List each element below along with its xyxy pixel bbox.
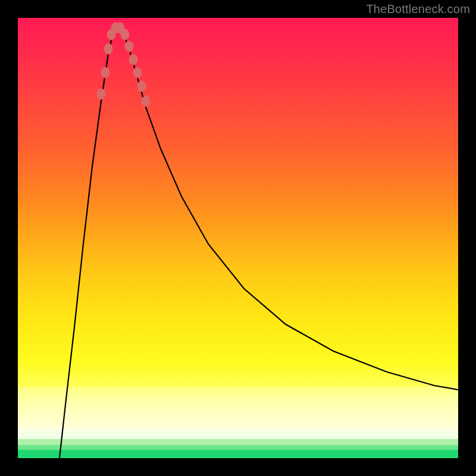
watermark-text: TheBottleneck.com: [366, 2, 470, 16]
curve-svg: [18, 18, 458, 458]
curve-marker: [101, 67, 109, 78]
curve-marker: [129, 54, 137, 65]
plot-area: [18, 18, 458, 458]
curve-marker: [125, 41, 133, 52]
chart-frame: TheBottleneck.com: [0, 0, 476, 476]
curve-marker: [133, 67, 142, 78]
curve-marker: [104, 43, 112, 54]
curve-marker: [121, 29, 129, 40]
curve-marker: [137, 81, 146, 92]
curve-marker: [97, 89, 105, 99]
bottleneck-curve: [60, 27, 458, 458]
curve-marker: [142, 96, 150, 107]
